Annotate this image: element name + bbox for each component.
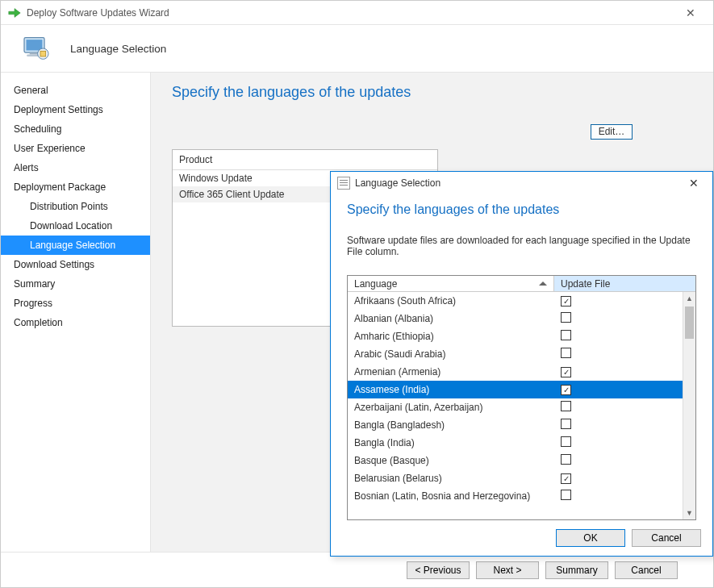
sidebar-item-progress[interactable]: Progress [1, 294, 150, 313]
language-name: Armenian (Armenia) [348, 366, 554, 377]
update-file-cell: ✓ [554, 295, 683, 307]
sidebar-item-distribution-points[interactable]: Distribution Points [1, 197, 150, 216]
next-button[interactable]: Next > [476, 561, 539, 579]
scroll-thumb[interactable] [685, 307, 694, 339]
monitor-software-icon [20, 32, 52, 65]
column-update-file-header[interactable]: Update File [554, 276, 695, 291]
sidebar-item-download-location[interactable]: Download Location [1, 216, 150, 236]
dialog-footer: OK Cancel [331, 520, 712, 556]
dialog-close-button[interactable]: ✕ [682, 177, 706, 190]
update-file-cell [554, 330, 683, 343]
sidebar-item-general[interactable]: General [1, 81, 150, 100]
sidebar-item-deployment-settings[interactable]: Deployment Settings [1, 100, 150, 119]
language-row[interactable]: Amharic (Ethiopia) [348, 327, 683, 345]
update-file-cell [554, 312, 683, 325]
update-file-checkbox[interactable]: ✓ [561, 367, 571, 377]
column-language-label: Language [354, 278, 397, 290]
update-file-checkbox[interactable] [561, 490, 571, 500]
sidebar-item-deployment-package[interactable]: Deployment Package [1, 177, 150, 197]
update-file-checkbox[interactable] [561, 348, 571, 358]
language-row[interactable]: Belarusian (Belarus)✓ [348, 469, 683, 487]
app-arrow-icon [7, 6, 22, 19]
update-file-checkbox[interactable]: ✓ [561, 296, 571, 307]
language-name: Assamese (India) [348, 384, 554, 395]
page-title: Language Selection [70, 43, 166, 55]
main-heading: Specify the languages of the updates [172, 84, 692, 101]
language-row[interactable]: Basque (Basque) [348, 452, 683, 469]
update-file-cell: ✓ [554, 473, 683, 484]
scroll-up-icon[interactable]: ▲ [683, 292, 695, 305]
dialog-body: Specify the languages of the updates Sof… [331, 194, 712, 520]
product-column-header[interactable]: Product [173, 150, 437, 170]
scroll-down-icon[interactable]: ▼ [683, 507, 695, 519]
sidebar-item-language-selection[interactable]: Language Selection [1, 236, 150, 255]
language-row[interactable]: Assamese (India)✓ [348, 381, 683, 398]
grid-rows: Afrikaans (South Africa)✓Albanian (Alban… [348, 292, 695, 519]
update-file-checkbox[interactable] [561, 419, 571, 429]
language-row[interactable]: Bosnian (Latin, Bosnia and Herzegovina) [348, 487, 683, 505]
update-file-cell: ✓ [554, 366, 683, 377]
language-name: Bangla (India) [348, 437, 554, 448]
dialog-window-icon [337, 177, 350, 190]
dialog-description: Software update files are downloaded for… [347, 235, 696, 257]
update-file-cell [554, 401, 683, 414]
update-file-checkbox[interactable] [561, 454, 571, 465]
titlebar: Deploy Software Updates Wizard ✕ [1, 1, 713, 25]
wizard-window: Deploy Software Updates Wizard ✕ Languag… [0, 0, 714, 588]
update-file-cell [554, 419, 683, 432]
language-row[interactable]: Afrikaans (South Africa)✓ [348, 292, 683, 310]
sort-ascending-icon [539, 281, 547, 286]
sidebar-item-completion[interactable]: Completion [1, 313, 150, 332]
update-file-checkbox[interactable] [561, 312, 571, 323]
wizard-sidebar: GeneralDeployment SettingsSchedulingUser… [1, 73, 151, 552]
update-file-checkbox[interactable] [561, 330, 571, 340]
sidebar-item-scheduling[interactable]: Scheduling [1, 119, 150, 139]
update-file-checkbox[interactable] [561, 401, 571, 411]
update-file-checkbox[interactable]: ✓ [561, 473, 571, 484]
previous-button[interactable]: < Previous [407, 561, 470, 579]
language-row[interactable]: Bangla (India) [348, 434, 683, 452]
language-row[interactable]: Bangla (Bangladesh) [348, 416, 683, 434]
dialog-title: Language Selection [355, 177, 682, 189]
window-title: Deploy Software Updates Wizard [27, 7, 674, 19]
update-file-cell [554, 490, 683, 503]
update-file-checkbox[interactable] [561, 436, 571, 447]
sidebar-item-alerts[interactable]: Alerts [1, 158, 150, 177]
language-row[interactable]: Azerbaijani (Latin, Azerbaijan) [348, 398, 683, 416]
grid-scrollbar[interactable]: ▲ ▼ [683, 292, 695, 519]
language-name: Basque (Basque) [348, 455, 554, 466]
sidebar-item-download-settings[interactable]: Download Settings [1, 255, 150, 274]
language-row[interactable]: Armenian (Armenia)✓ [348, 363, 683, 381]
language-name: Bangla (Bangladesh) [348, 419, 554, 431]
language-selection-dialog: Language Selection ✕ Specify the languag… [330, 171, 713, 557]
wizard-footer: < Previous Next > Summary Cancel [1, 552, 713, 587]
language-name: Azerbaijani (Latin, Azerbaijan) [348, 402, 554, 413]
update-file-cell [554, 454, 683, 467]
dialog-ok-button[interactable]: OK [556, 529, 625, 547]
window-close-button[interactable]: ✕ [674, 3, 707, 23]
dialog-cancel-button[interactable]: Cancel [632, 529, 701, 547]
edit-button[interactable]: Edit… [591, 124, 633, 140]
language-name: Amharic (Ethiopia) [348, 331, 554, 342]
column-language-header[interactable]: Language [348, 276, 554, 291]
sidebar-item-user-experience[interactable]: User Experience [1, 139, 150, 158]
language-name: Afrikaans (South Africa) [348, 295, 554, 307]
wizard-header: Language Selection [1, 25, 713, 72]
update-file-cell [554, 436, 683, 449]
language-name: Albanian (Albania) [348, 313, 554, 324]
language-row[interactable]: Arabic (Saudi Arabia) [348, 345, 683, 363]
update-file-cell: ✓ [554, 384, 683, 395]
language-name: Bosnian (Latin, Bosnia and Herzegovina) [348, 490, 554, 502]
svg-rect-5 [40, 51, 46, 56]
svg-rect-1 [27, 40, 43, 50]
sidebar-item-summary[interactable]: Summary [1, 274, 150, 294]
update-file-checkbox[interactable]: ✓ [561, 385, 571, 395]
dialog-titlebar: Language Selection ✕ [331, 172, 712, 194]
language-row[interactable]: Albanian (Albania) [348, 310, 683, 327]
summary-button[interactable]: Summary [545, 561, 608, 579]
language-grid: Language Update File Afrikaans (South Af… [347, 275, 696, 520]
language-name: Arabic (Saudi Arabia) [348, 348, 554, 360]
language-name: Belarusian (Belarus) [348, 473, 554, 484]
column-update-file-label: Update File [561, 278, 610, 290]
cancel-button[interactable]: Cancel [615, 561, 678, 579]
